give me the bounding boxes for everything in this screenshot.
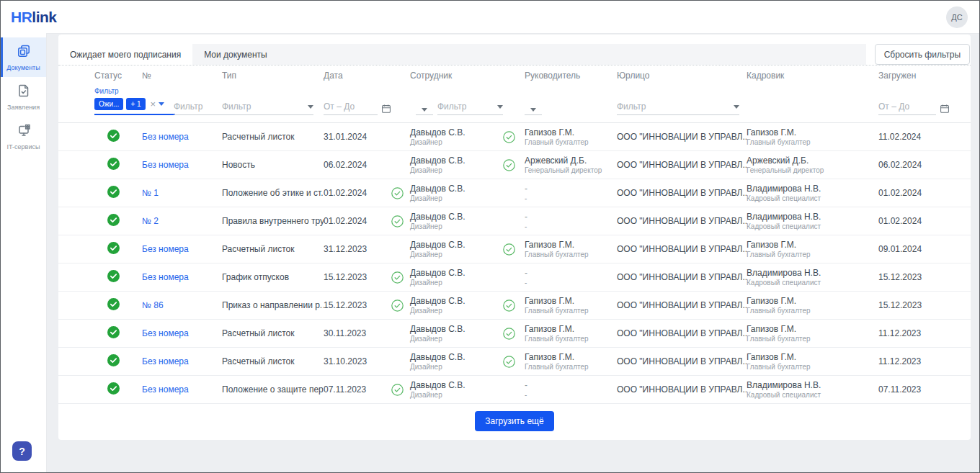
logo-hr-mark: HR bbox=[11, 9, 32, 25]
uploaded-date: 01.02.2024 bbox=[878, 188, 956, 198]
table-row[interactable]: Без номера Расчетный листок 31.01.2024 Д… bbox=[58, 123, 971, 151]
table-row[interactable]: № 86 Приказ о направлении р... 15.12.202… bbox=[58, 292, 971, 320]
employee-title: Дизайнер bbox=[410, 391, 466, 399]
legal-entity: ООО "ИННОВАЦИИ В УПРАВЛ... bbox=[617, 132, 747, 142]
hr-title: Главный бухгалтер bbox=[747, 307, 878, 315]
main-content: Ожидает моего подписания Мои документы С… bbox=[47, 33, 979, 472]
tab-awaiting-my-signature[interactable]: Ожидает моего подписания bbox=[58, 44, 192, 65]
employee-sign-status-filter[interactable] bbox=[416, 108, 433, 115]
table-row[interactable]: № 2 Правила внутреннего тру... 01.02.202… bbox=[58, 207, 971, 235]
manager-signed-icon bbox=[503, 243, 515, 256]
document-number-link[interactable]: Без номера bbox=[142, 328, 189, 338]
employee-name: Давыдов С.В. bbox=[410, 212, 466, 222]
document-date: 31.12.2023 bbox=[324, 244, 391, 254]
load-more-button[interactable]: Загрузить ещё bbox=[475, 411, 553, 431]
status-filter-chip[interactable]: Ожи... bbox=[94, 98, 123, 110]
status-signed-icon bbox=[107, 298, 120, 312]
table-row[interactable]: Без номера Положение о защите пер... 07.… bbox=[58, 376, 971, 404]
calendar-icon[interactable] bbox=[940, 104, 950, 114]
employee-title: Дизайнер bbox=[410, 335, 466, 343]
document-number-link[interactable]: Без номера bbox=[142, 384, 189, 395]
tab-my-documents[interactable]: Мои документы bbox=[192, 44, 278, 65]
table-row[interactable]: Без номера Расчетный листок 31.12.2023 Д… bbox=[58, 235, 971, 263]
hr-name: Гапизов Г.М. bbox=[747, 296, 878, 306]
manager-title: - bbox=[525, 194, 527, 202]
filter-row: Фильтр Ожи... + 1 × bbox=[58, 86, 971, 123]
manager-title: Главный бухгалтер bbox=[525, 307, 589, 315]
calendar-icon[interactable] bbox=[381, 104, 391, 114]
manager-name: - bbox=[525, 184, 527, 194]
employee-cell: Давыдов С.В.Дизайнер bbox=[391, 296, 503, 315]
status-cell bbox=[94, 270, 142, 284]
document-number-link[interactable]: № 1 bbox=[142, 188, 159, 198]
legal-entity: ООО "ИННОВАЦИИ В УПРАВЛ... bbox=[617, 244, 747, 254]
sidebar-item-statements[interactable]: Заявления bbox=[1, 77, 46, 117]
table-row[interactable]: Без номера Расчетный листок 30.11.2023 Д… bbox=[58, 320, 971, 348]
sidebar-item-documents[interactable]: Документы bbox=[1, 37, 46, 77]
sidebar-item-it-services[interactable]: IT-сервисы bbox=[1, 117, 46, 156]
column-header-uploaded: Загружен bbox=[878, 71, 956, 81]
table-row[interactable]: Без номера График отпусков 15.12.2023 Да… bbox=[58, 263, 971, 292]
manager-sign-status-filter[interactable] bbox=[525, 108, 542, 115]
hr-title: Кадровый специалист bbox=[747, 279, 878, 287]
table-row[interactable]: Без номера Новость 06.02.2024 Давыдов С.… bbox=[58, 151, 971, 179]
status-cell bbox=[94, 354, 142, 369]
document-date: 01.02.2024 bbox=[324, 216, 391, 226]
status-signed-icon bbox=[107, 326, 120, 341]
reset-filters-button[interactable]: Сбросить фильтры bbox=[875, 44, 970, 65]
manager-filter-cell bbox=[503, 108, 617, 115]
manager-cell: Гапизов Г.М.Главный бухгалтер bbox=[503, 352, 617, 371]
manager-cell: -- bbox=[503, 380, 617, 399]
hr-title: Кадровый специалист bbox=[747, 222, 878, 230]
chevron-down-icon[interactable] bbox=[308, 105, 313, 109]
employee-cell: Давыдов С.В.Дизайнер bbox=[391, 268, 503, 287]
hr-title: Главный бухгалтер bbox=[747, 138, 878, 146]
document-type: Положение о защите пер... bbox=[222, 384, 324, 395]
employee-cell: Давыдов С.В.Дизайнер bbox=[391, 240, 503, 258]
manager-name: - bbox=[525, 212, 527, 222]
table-header: Статус № Тип Дата Сотрудник Руководитель… bbox=[58, 66, 971, 86]
chevron-down-icon[interactable] bbox=[497, 105, 503, 109]
sidebar: Документы Заявления IT-сервисы ? bbox=[1, 33, 47, 472]
reset-filters-area: Сбросить фильтры bbox=[866, 44, 971, 65]
uploaded-date: 15.12.2023 bbox=[878, 300, 956, 310]
legal-entity-filter-input[interactable] bbox=[617, 102, 731, 112]
type-filter-input[interactable] bbox=[222, 102, 305, 112]
document-number-link[interactable]: № 2 bbox=[142, 216, 159, 226]
manager-title: Главный бухгалтер bbox=[525, 138, 589, 146]
manager-name: Гапизов Г.М. bbox=[525, 127, 589, 138]
document-number-link[interactable]: Без номера bbox=[142, 132, 189, 142]
uploaded-date: 11.02.2024 bbox=[878, 132, 956, 142]
date-range-input[interactable] bbox=[324, 102, 378, 112]
table-row[interactable]: № 1 Положение об этике и ст... 01.02.202… bbox=[58, 179, 971, 207]
avatar[interactable]: ДС bbox=[946, 6, 968, 28]
document-number-link[interactable]: Без номера bbox=[142, 272, 189, 282]
document-type: График отпусков bbox=[222, 272, 324, 282]
status-cell bbox=[94, 186, 142, 200]
table-row[interactable]: Без номера Расчетный листок 31.10.2023 Д… bbox=[58, 348, 971, 376]
uploaded-date-range-input[interactable] bbox=[878, 102, 936, 112]
number-filter-input[interactable] bbox=[174, 102, 222, 112]
legal-entity-filter-cell bbox=[617, 102, 747, 115]
document-number-link[interactable]: № 86 bbox=[142, 300, 164, 310]
document-number-link[interactable]: Без номера bbox=[142, 244, 189, 254]
uploaded-date: 15.12.2023 bbox=[878, 272, 956, 282]
employee-title: Дизайнер bbox=[410, 166, 466, 174]
manager-signed-icon bbox=[503, 356, 515, 368]
logo-link-text: link bbox=[32, 9, 56, 25]
hr-title: Главный бухгалтер bbox=[747, 251, 878, 258]
hr-title: Генеральный директор bbox=[747, 166, 878, 174]
help-button[interactable]: ? bbox=[12, 441, 32, 461]
employee-filter-input[interactable] bbox=[437, 102, 494, 112]
employee-name: Давыдов С.В. bbox=[410, 324, 466, 334]
hr-name: Гапизов Г.М. bbox=[747, 324, 878, 334]
employee-name: Давыдов С.В. bbox=[410, 352, 466, 362]
employee-name: Давыдов С.В. bbox=[410, 184, 466, 194]
document-number-link[interactable]: Без номера bbox=[142, 356, 189, 366]
document-number-link[interactable]: Без номера bbox=[142, 160, 189, 170]
status-signed-icon bbox=[107, 242, 120, 256]
chevron-down-icon[interactable] bbox=[734, 105, 739, 109]
document-type: Расчетный листок bbox=[222, 132, 324, 142]
legal-entity: ООО "ИННОВАЦИИ В УПРАВЛ... bbox=[617, 216, 747, 226]
manager-title: - bbox=[525, 391, 527, 399]
